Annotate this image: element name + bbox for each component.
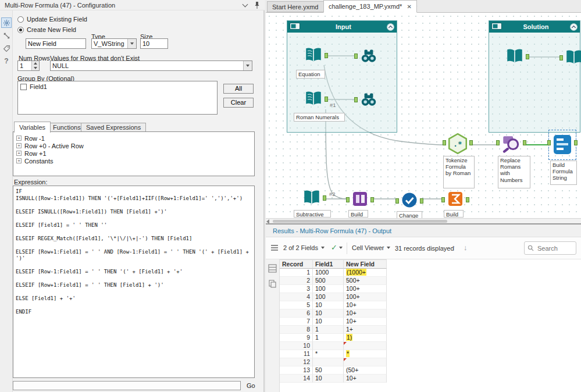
copy-icon[interactable] (268, 279, 277, 289)
new-field-cell[interactable]: * (344, 350, 387, 358)
radio-update-existing-field[interactable]: Update Existing Field (17, 16, 87, 23)
down-arrow-icon[interactable]: ↓ (464, 243, 468, 252)
tool-text-input-roman-numerals[interactable] (304, 89, 323, 110)
table-row[interactable]: 71010+ (280, 318, 387, 326)
record-cell[interactable]: 5 (280, 301, 313, 309)
fields-dropdown[interactable]: 2 of 2 Fields (283, 244, 325, 251)
field1-cell[interactable]: 100 (313, 293, 344, 301)
new-field-cell[interactable]: (1000+ (344, 269, 387, 277)
container-solution[interactable]: Solution (489, 20, 580, 133)
tool-build-orange[interactable] (446, 190, 465, 209)
field1-cell[interactable] (313, 342, 344, 350)
column-header-record[interactable]: Record (280, 259, 313, 269)
pin-icon[interactable] (254, 1, 260, 10)
field1-cell[interactable]: 10 (313, 375, 344, 383)
column-header-field1[interactable]: Field1 (313, 259, 344, 269)
tool-text-input-subtractive[interactable] (302, 188, 322, 209)
tool-browse-roman[interactable] (359, 90, 379, 111)
new-field-cell[interactable] (344, 358, 387, 366)
expand-plus-icon[interactable]: + (16, 136, 22, 141)
checkbox-icon[interactable] (20, 84, 27, 90)
tool-label-roman-numerals[interactable]: Roman Numerals (294, 113, 345, 122)
output-anchor[interactable] (574, 140, 578, 145)
table-row[interactable]: 3100100+ (280, 285, 387, 293)
input-anchor[interactable] (443, 140, 446, 145)
input-anchor[interactable] (441, 197, 445, 202)
radio-create-new-field[interactable]: Create New Field (17, 26, 76, 33)
expression-search-box[interactable] (13, 381, 241, 390)
record-cell[interactable]: 9 (280, 334, 313, 342)
input-anchor[interactable] (496, 140, 500, 145)
workflow-canvas[interactable]: Input Solution Equation R (266, 13, 581, 218)
collapse-container-button[interactable] (570, 23, 578, 31)
spin-down-button[interactable] (32, 66, 39, 70)
new-field-cell[interactable]: 10+ (344, 318, 387, 326)
record-cell[interactable]: 11 (280, 350, 313, 358)
record-cell[interactable]: 2 (280, 277, 313, 285)
table-row[interactable]: 51010+ (280, 301, 387, 309)
num-rows-spinner[interactable]: 1 (17, 60, 40, 71)
input-anchor[interactable] (346, 197, 350, 202)
new-field-cell[interactable]: 100+ (344, 293, 387, 301)
table-menu-icon[interactable] (270, 244, 279, 253)
field1-cell[interactable]: 1000 (313, 269, 344, 277)
cell-viewer-dropdown[interactable]: Cell Viewer (352, 244, 390, 251)
table-row[interactable]: 11000(1000+ (280, 269, 387, 277)
field1-cell[interactable]: 50 (313, 366, 344, 375)
new-field-cell[interactable] (344, 342, 387, 350)
table-row[interactable]: 61010+ (280, 309, 387, 318)
table-row[interactable]: 1350(50+ (280, 366, 387, 375)
record-cell[interactable]: 4 (280, 293, 313, 301)
type-dropdown[interactable]: V_WString (91, 38, 137, 49)
record-cell[interactable]: 13 (280, 366, 313, 375)
tool-multi-row-formula[interactable] (552, 133, 573, 157)
tool-text-input-solution[interactable] (505, 47, 525, 67)
expand-plus-icon[interactable]: + (16, 158, 22, 163)
expand-plus-icon[interactable]: + (16, 143, 22, 148)
chevron-down-icon[interactable] (243, 2, 248, 8)
tool-label-subtractive[interactable]: Subtractive (294, 210, 331, 218)
table-row[interactable]: 10 (280, 342, 387, 350)
record-cell[interactable]: 8 (280, 326, 313, 334)
size-input[interactable] (140, 38, 168, 49)
tool-browse-equation[interactable] (359, 46, 379, 67)
column-header-new-field[interactable]: New Field (344, 259, 387, 269)
tree-item[interactable]: +Row +1 (16, 149, 254, 157)
record-cell[interactable]: 10 (280, 342, 313, 350)
tool-text-input-equation[interactable] (304, 45, 323, 66)
tool-build-purple[interactable] (351, 190, 369, 209)
tab-challenge[interactable]: challenge_183_MP.yxmd* ✕ (323, 0, 417, 13)
navigation-arrows-icon[interactable] (1, 30, 12, 41)
tab-functions[interactable]: Functions (48, 123, 86, 132)
grid-view-icon[interactable] (268, 264, 277, 274)
tool-change-check[interactable] (400, 191, 419, 211)
output-anchor[interactable] (325, 53, 328, 58)
tool-label-replace[interactable]: Replace Romans with Numbers (498, 156, 530, 188)
tool-find-replace[interactable] (501, 133, 522, 155)
tool-regex-tokenize[interactable]: .* (447, 133, 468, 155)
all-button[interactable]: All (223, 84, 254, 94)
tool-label-build-formula[interactable]: Build Formula String (550, 161, 577, 185)
collapse-container-button[interactable] (387, 23, 394, 31)
variables-tree[interactable]: +Row -1+Row +0 - Active Row+Row +1+Const… (13, 131, 255, 176)
new-field-cell[interactable]: 10+ (344, 375, 387, 383)
tree-item[interactable]: +Row -1 (16, 134, 254, 142)
help-icon[interactable]: ? (1, 56, 12, 66)
input-anchor[interactable] (547, 140, 551, 145)
input-anchor[interactable] (395, 198, 399, 204)
record-cell[interactable]: 6 (280, 309, 313, 318)
expression-editor[interactable]: IF ISNULL([Row-1:Field1]) THEN '('+[Fiel… (13, 186, 255, 378)
field1-cell[interactable]: 1 (313, 334, 344, 342)
values-dropdown[interactable]: NULL (50, 60, 252, 71)
new-field-cell[interactable]: 10+ (344, 309, 387, 318)
tool-solution-next[interactable] (564, 48, 581, 69)
new-field-cell[interactable]: 500+ (344, 277, 387, 285)
input-anchor[interactable] (559, 55, 563, 60)
apply-check-icon[interactable]: ✓ (331, 243, 343, 252)
container-input-header[interactable]: Input (287, 21, 397, 33)
clear-button[interactable]: Clear (223, 98, 254, 108)
tool-label-tokenize[interactable]: Tokenize Formula by Roman (443, 156, 475, 188)
input-anchor[interactable] (354, 97, 358, 102)
field1-cell[interactable]: 10 (313, 301, 344, 309)
output-anchor[interactable] (325, 97, 328, 102)
